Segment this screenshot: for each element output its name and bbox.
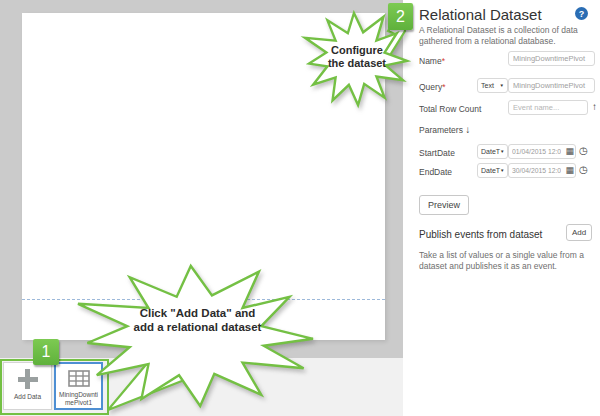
chevron-down-icon: ▼ — [500, 168, 504, 173]
total-row-count-label: Total Row Count — [419, 104, 481, 114]
publish-description: Take a list of values or a single value … — [419, 250, 594, 271]
startdate-type-select[interactable]: DateT ▼ — [477, 144, 508, 159]
collapse-down-icon[interactable]: ↓ — [465, 124, 470, 135]
calendar-icon[interactable]: ▦ — [565, 147, 574, 156]
query-input[interactable] — [508, 78, 595, 93]
clock-icon[interactable]: ◷ — [579, 164, 588, 175]
chevron-down-icon: ▼ — [500, 149, 504, 154]
plus-icon — [18, 369, 38, 389]
enddate-type-value: DateT — [481, 167, 500, 174]
table-icon — [68, 370, 90, 387]
enddate-label: EndDate — [419, 167, 452, 177]
panel-description: A Relational Dataset is a collection of … — [419, 25, 597, 46]
app-stage: Add Data MiningDowntimePivot1 Configure … — [0, 0, 600, 416]
design-canvas[interactable] — [22, 13, 385, 340]
publish-heading: Publish events from dataset — [419, 229, 542, 240]
dataset-item-label: MiningDowntimePivot1 — [57, 391, 101, 406]
publish-up-icon[interactable]: ↑ — [592, 101, 597, 112]
query-label: Query* — [419, 82, 445, 92]
parameters-heading: Parameters ↓ — [419, 124, 470, 135]
enddate-input[interactable]: 30/04/2015 12:0 ▦ — [508, 163, 576, 178]
query-type-select[interactable]: Text ▼ — [477, 78, 508, 93]
preview-button[interactable]: Preview — [419, 195, 469, 215]
clock-icon[interactable]: ◷ — [579, 145, 588, 156]
total-row-count-input[interactable] — [508, 100, 588, 115]
enddate-value: 30/04/2015 12:0 — [512, 167, 561, 174]
chevron-down-icon: ▼ — [500, 83, 504, 88]
step-badge-2: 2 — [388, 3, 413, 30]
required-asterisk: * — [442, 82, 445, 92]
help-icon[interactable]: ? — [575, 7, 588, 20]
canvas-drop-line — [22, 299, 385, 300]
add-data-button[interactable]: Add Data — [3, 362, 52, 410]
add-data-label: Add Data — [6, 393, 50, 401]
enddate-type-select[interactable]: DateT ▼ — [477, 163, 508, 178]
required-asterisk: * — [442, 56, 445, 66]
query-type-value: Text — [481, 82, 494, 89]
panel-title: Relational Dataset — [419, 6, 542, 23]
calendar-icon[interactable]: ▦ — [565, 166, 574, 175]
relational-dataset-panel: Relational Dataset ? A Relational Datase… — [403, 0, 600, 416]
publish-add-button[interactable]: Add — [566, 224, 592, 241]
dataset-tool-group: Add Data MiningDowntimePivot1 — [0, 359, 109, 415]
name-input[interactable] — [508, 51, 595, 66]
name-label: Name* — [419, 56, 445, 66]
startdate-input[interactable]: 01/04/2015 12:0 ▦ — [508, 144, 576, 159]
startdate-value: 01/04/2015 12:0 — [512, 148, 561, 155]
dataset-item-button[interactable]: MiningDowntimePivot1 — [54, 362, 103, 410]
step-badge-1: 1 — [33, 339, 59, 365]
startdate-label: StartDate — [419, 148, 455, 158]
startdate-type-value: DateT — [481, 148, 500, 155]
